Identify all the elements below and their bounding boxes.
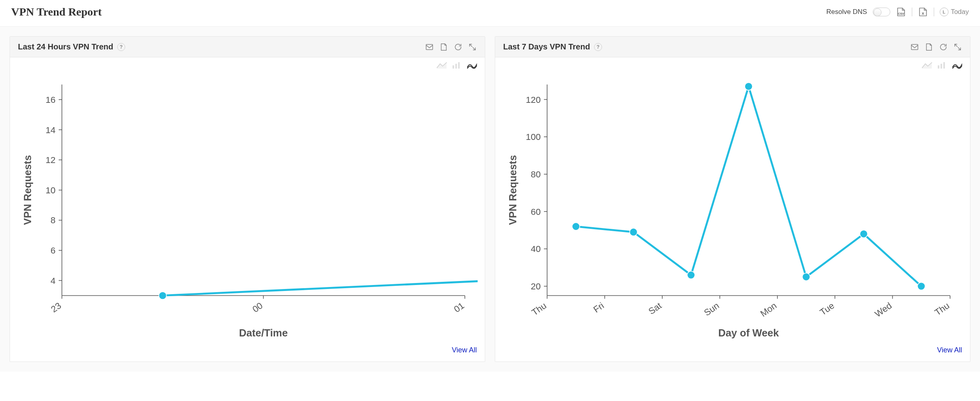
panel-7d: Last 7 Days VPN Trend ? 20406080100120Th… [495,36,970,362]
svg-rect-5 [458,62,460,69]
svg-text:12: 12 [45,155,55,165]
svg-text:4: 4 [51,276,55,286]
svg-rect-32 [911,44,918,49]
svg-point-69 [630,228,637,236]
svg-text:40: 40 [531,244,541,254]
chart-type-area-icon[interactable] [436,61,447,69]
svg-point-68 [572,222,580,230]
svg-text:Sat: Sat [647,301,664,316]
date-range-button[interactable]: L Today [940,8,969,16]
svg-text:VPN Requests: VPN Requests [507,155,518,225]
svg-rect-4 [455,64,457,69]
svg-text:Sun: Sun [702,301,721,318]
svg-text:CSV: CSV [898,12,904,16]
resolve-dns-toggle[interactable] [873,8,890,16]
export-csv-icon[interactable]: CSV [896,7,906,17]
svg-text:Tue: Tue [818,301,836,317]
svg-text:23: 23 [49,301,63,315]
svg-rect-3 [453,65,454,69]
chart-type-line-icon[interactable] [466,61,478,69]
expand-icon[interactable] [953,43,962,51]
svg-text:16: 16 [45,95,55,105]
svg-point-73 [860,230,868,238]
svg-text:60: 60 [531,207,541,217]
svg-text:20: 20 [531,281,541,291]
date-range-label: Today [951,8,969,16]
svg-text:Thu: Thu [530,301,548,318]
svg-rect-2 [426,44,433,49]
svg-text:Day of Week: Day of Week [718,327,779,338]
mail-icon[interactable] [425,43,434,51]
clock-icon: L [940,8,949,16]
toolbar-divider [912,8,912,16]
svg-text:01: 01 [452,301,466,315]
svg-text:8: 8 [51,215,55,225]
help-icon[interactable]: ? [594,43,602,51]
pdf-icon[interactable] [925,43,933,51]
chart-type-bar-icon[interactable] [451,61,462,69]
toolbar-divider [934,8,934,16]
help-icon[interactable]: ? [117,43,125,51]
chart-24h: 46810121416230001Date/TimeVPN Requests [17,72,478,340]
chart-type-bar-icon[interactable] [937,61,948,69]
view-all-link[interactable]: View All [452,346,477,354]
svg-text:Wed: Wed [873,301,894,319]
svg-point-71 [745,83,752,90]
svg-text:6: 6 [51,246,55,256]
svg-text:14: 14 [45,125,55,135]
svg-text:100: 100 [526,132,541,142]
pdf-icon[interactable] [439,43,448,51]
svg-text:X: X [922,12,924,16]
svg-text:Fri: Fri [592,301,606,315]
chart-7d: 20406080100120ThuFriSatSunMonTueWedThuDa… [502,72,963,340]
svg-rect-34 [941,64,942,69]
svg-text:10: 10 [45,185,55,195]
panel-24h-title: Last 24 Hours VPN Trend [18,42,113,51]
page-title: VPN Trend Report [11,6,102,18]
resolve-dns-label: Resolve DNS [827,8,867,16]
svg-text:Date/Time: Date/Time [239,327,288,338]
panel-24h: Last 24 Hours VPN Trend ? 46810121416230… [10,36,485,362]
chart-type-area-icon[interactable] [921,61,933,69]
export-xls-icon[interactable]: X [918,7,928,17]
svg-text:VPN Requests: VPN Requests [22,155,33,225]
svg-point-31 [159,292,166,299]
svg-point-74 [917,282,925,290]
refresh-icon[interactable] [454,43,462,51]
svg-text:120: 120 [526,95,541,105]
svg-rect-33 [938,65,939,69]
chart-type-line-icon[interactable] [952,61,963,69]
svg-text:00: 00 [251,301,265,315]
svg-text:Mon: Mon [759,301,779,319]
refresh-icon[interactable] [939,43,948,51]
panel-7d-title: Last 7 Days VPN Trend [503,42,590,51]
svg-text:80: 80 [531,169,541,179]
view-all-link[interactable]: View All [937,346,962,354]
svg-point-70 [687,271,695,279]
mail-icon[interactable] [910,43,919,51]
expand-icon[interactable] [468,43,477,51]
svg-text:Thu: Thu [933,301,951,318]
svg-rect-35 [943,62,945,69]
svg-point-72 [802,273,810,281]
